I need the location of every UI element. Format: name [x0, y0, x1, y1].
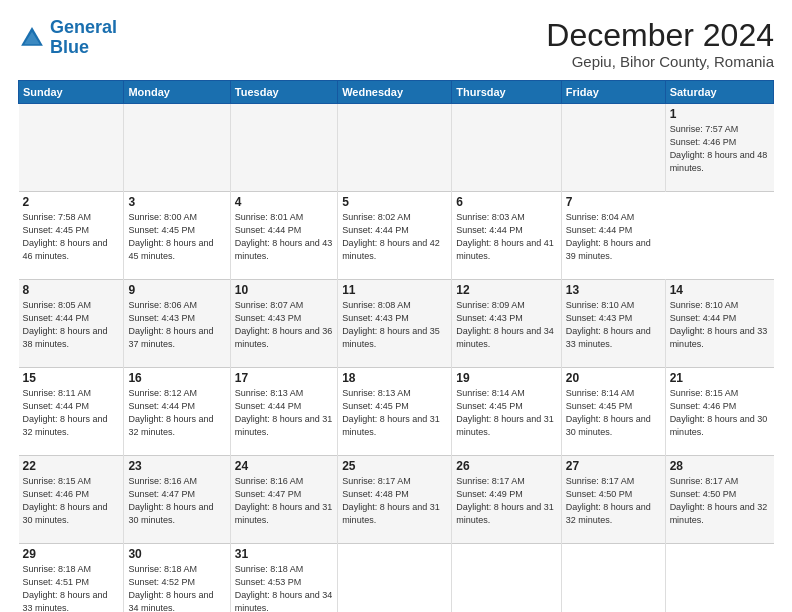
- day-info: Sunrise: 8:03 AMSunset: 4:44 PMDaylight:…: [456, 212, 554, 261]
- day-number: 22: [23, 459, 120, 473]
- day-info: Sunrise: 8:18 AMSunset: 4:53 PMDaylight:…: [235, 564, 333, 612]
- day-number: 14: [670, 283, 770, 297]
- day-number: 7: [566, 195, 661, 209]
- day-info: Sunrise: 8:14 AMSunset: 4:45 PMDaylight:…: [566, 388, 651, 437]
- day-number: 29: [23, 547, 120, 561]
- day-number: 17: [235, 371, 333, 385]
- day-info: Sunrise: 8:11 AMSunset: 4:44 PMDaylight:…: [23, 388, 108, 437]
- logo-general: General: [50, 17, 117, 37]
- day-number: 26: [456, 459, 557, 473]
- subtitle: Gepiu, Bihor County, Romania: [546, 53, 774, 70]
- calendar-table: SundayMondayTuesdayWednesdayThursdayFrid…: [18, 80, 774, 612]
- day-number: 21: [670, 371, 770, 385]
- col-header-wednesday: Wednesday: [338, 81, 452, 104]
- day-number: 23: [128, 459, 225, 473]
- day-cell-13: 13Sunrise: 8:10 AMSunset: 4:43 PMDayligh…: [561, 280, 665, 368]
- day-info: Sunrise: 7:58 AMSunset: 4:45 PMDaylight:…: [23, 212, 108, 261]
- logo-icon: [18, 24, 46, 52]
- day-number: 24: [235, 459, 333, 473]
- week-row-4: 15Sunrise: 8:11 AMSunset: 4:44 PMDayligh…: [19, 368, 774, 456]
- empty-cell: [452, 104, 562, 192]
- day-info: Sunrise: 8:09 AMSunset: 4:43 PMDaylight:…: [456, 300, 554, 349]
- day-cell-21: 21Sunrise: 8:15 AMSunset: 4:46 PMDayligh…: [665, 368, 773, 456]
- day-cell-15: 15Sunrise: 8:11 AMSunset: 4:44 PMDayligh…: [19, 368, 124, 456]
- empty-cell: [338, 544, 452, 612]
- day-info: Sunrise: 8:18 AMSunset: 4:51 PMDaylight:…: [23, 564, 108, 612]
- day-cell-10: 10Sunrise: 8:07 AMSunset: 4:43 PMDayligh…: [230, 280, 337, 368]
- day-info: Sunrise: 8:16 AMSunset: 4:47 PMDaylight:…: [235, 476, 333, 525]
- col-header-friday: Friday: [561, 81, 665, 104]
- day-number: 6: [456, 195, 557, 209]
- empty-cell: [230, 104, 337, 192]
- day-cell-27: 27Sunrise: 8:17 AMSunset: 4:50 PMDayligh…: [561, 456, 665, 544]
- day-number: 25: [342, 459, 447, 473]
- week-row-2: 2Sunrise: 7:58 AMSunset: 4:45 PMDaylight…: [19, 192, 774, 280]
- empty-cell: [452, 544, 562, 612]
- title-block: December 2024 Gepiu, Bihor County, Roman…: [546, 18, 774, 70]
- day-cell-25: 25Sunrise: 8:17 AMSunset: 4:48 PMDayligh…: [338, 456, 452, 544]
- col-header-tuesday: Tuesday: [230, 81, 337, 104]
- day-cell-7: 7Sunrise: 8:04 AMSunset: 4:44 PMDaylight…: [561, 192, 665, 280]
- day-info: Sunrise: 8:16 AMSunset: 4:47 PMDaylight:…: [128, 476, 213, 525]
- day-cell-23: 23Sunrise: 8:16 AMSunset: 4:47 PMDayligh…: [124, 456, 230, 544]
- day-number: 8: [23, 283, 120, 297]
- week-row-1: 1Sunrise: 7:57 AMSunset: 4:46 PMDaylight…: [19, 104, 774, 192]
- day-info: Sunrise: 8:13 AMSunset: 4:45 PMDaylight:…: [342, 388, 440, 437]
- logo-text: General Blue: [50, 18, 117, 58]
- day-info: Sunrise: 8:15 AMSunset: 4:46 PMDaylight:…: [23, 476, 108, 525]
- header-row: SundayMondayTuesdayWednesdayThursdayFrid…: [19, 81, 774, 104]
- day-number: 9: [128, 283, 225, 297]
- day-cell-26: 26Sunrise: 8:17 AMSunset: 4:49 PMDayligh…: [452, 456, 562, 544]
- day-cell-22: 22Sunrise: 8:15 AMSunset: 4:46 PMDayligh…: [19, 456, 124, 544]
- day-info: Sunrise: 7:57 AMSunset: 4:46 PMDaylight:…: [670, 124, 768, 173]
- day-number: 19: [456, 371, 557, 385]
- day-cell-19: 19Sunrise: 8:14 AMSunset: 4:45 PMDayligh…: [452, 368, 562, 456]
- day-info: Sunrise: 8:05 AMSunset: 4:44 PMDaylight:…: [23, 300, 108, 349]
- day-info: Sunrise: 8:17 AMSunset: 4:48 PMDaylight:…: [342, 476, 440, 525]
- day-info: Sunrise: 8:13 AMSunset: 4:44 PMDaylight:…: [235, 388, 333, 437]
- day-info: Sunrise: 8:14 AMSunset: 4:45 PMDaylight:…: [456, 388, 554, 437]
- day-info: Sunrise: 8:12 AMSunset: 4:44 PMDaylight:…: [128, 388, 213, 437]
- header: General Blue December 2024 Gepiu, Bihor …: [18, 18, 774, 70]
- day-number: 16: [128, 371, 225, 385]
- day-cell-31: 31Sunrise: 8:18 AMSunset: 4:53 PMDayligh…: [230, 544, 337, 612]
- logo-blue: Blue: [50, 37, 89, 57]
- day-cell-3: 3Sunrise: 8:00 AMSunset: 4:45 PMDaylight…: [124, 192, 230, 280]
- day-number: 13: [566, 283, 661, 297]
- week-row-3: 8Sunrise: 8:05 AMSunset: 4:44 PMDaylight…: [19, 280, 774, 368]
- empty-cell: [124, 104, 230, 192]
- day-info: Sunrise: 8:17 AMSunset: 4:49 PMDaylight:…: [456, 476, 554, 525]
- empty-cell: [19, 104, 124, 192]
- day-cell-18: 18Sunrise: 8:13 AMSunset: 4:45 PMDayligh…: [338, 368, 452, 456]
- day-number: 11: [342, 283, 447, 297]
- day-cell-6: 6Sunrise: 8:03 AMSunset: 4:44 PMDaylight…: [452, 192, 562, 280]
- day-info: Sunrise: 8:15 AMSunset: 4:46 PMDaylight:…: [670, 388, 768, 437]
- day-cell-20: 20Sunrise: 8:14 AMSunset: 4:45 PMDayligh…: [561, 368, 665, 456]
- main-title: December 2024: [546, 18, 774, 53]
- day-info: Sunrise: 8:04 AMSunset: 4:44 PMDaylight:…: [566, 212, 651, 261]
- day-cell-28: 28Sunrise: 8:17 AMSunset: 4:50 PMDayligh…: [665, 456, 773, 544]
- day-number: 4: [235, 195, 333, 209]
- day-info: Sunrise: 8:08 AMSunset: 4:43 PMDaylight:…: [342, 300, 440, 349]
- empty-cell: [561, 544, 665, 612]
- day-info: Sunrise: 8:18 AMSunset: 4:52 PMDaylight:…: [128, 564, 213, 612]
- day-cell-24: 24Sunrise: 8:16 AMSunset: 4:47 PMDayligh…: [230, 456, 337, 544]
- day-number: 12: [456, 283, 557, 297]
- day-number: 28: [670, 459, 770, 473]
- day-cell-9: 9Sunrise: 8:06 AMSunset: 4:43 PMDaylight…: [124, 280, 230, 368]
- empty-cell: [561, 104, 665, 192]
- col-header-thursday: Thursday: [452, 81, 562, 104]
- day-info: Sunrise: 8:10 AMSunset: 4:44 PMDaylight:…: [670, 300, 768, 349]
- day-number: 31: [235, 547, 333, 561]
- day-cell-30: 30Sunrise: 8:18 AMSunset: 4:52 PMDayligh…: [124, 544, 230, 612]
- day-info: Sunrise: 8:10 AMSunset: 4:43 PMDaylight:…: [566, 300, 651, 349]
- week-row-6: 29Sunrise: 8:18 AMSunset: 4:51 PMDayligh…: [19, 544, 774, 612]
- day-number: 20: [566, 371, 661, 385]
- col-header-sunday: Sunday: [19, 81, 124, 104]
- day-cell-16: 16Sunrise: 8:12 AMSunset: 4:44 PMDayligh…: [124, 368, 230, 456]
- week-row-5: 22Sunrise: 8:15 AMSunset: 4:46 PMDayligh…: [19, 456, 774, 544]
- day-cell-2: 2Sunrise: 7:58 AMSunset: 4:45 PMDaylight…: [19, 192, 124, 280]
- day-info: Sunrise: 8:02 AMSunset: 4:44 PMDaylight:…: [342, 212, 440, 261]
- day-cell-4: 4Sunrise: 8:01 AMSunset: 4:44 PMDaylight…: [230, 192, 337, 280]
- day-cell-29: 29Sunrise: 8:18 AMSunset: 4:51 PMDayligh…: [19, 544, 124, 612]
